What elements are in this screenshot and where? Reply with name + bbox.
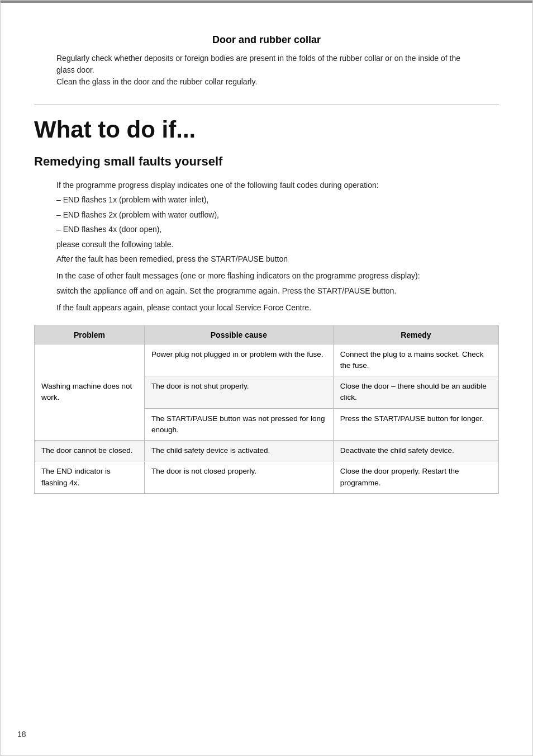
table-cell-remedy: Close the door properly. Restart the pro… xyxy=(333,461,498,494)
table-cell-remedy: Close the door – there should be an audi… xyxy=(333,376,498,409)
table-cell-problem: The END indicator is flashing 4x. xyxy=(35,461,145,494)
door-section-heading: Door and rubber collar xyxy=(56,34,477,46)
intro-text: If the programme progress display indica… xyxy=(56,179,499,191)
fault-table: Problem Possible cause Remedy Washing ma… xyxy=(34,325,499,494)
table-cell-problem: Washing machine does not work. xyxy=(35,344,145,441)
page-number: 18 xyxy=(17,730,26,739)
fault-line-2: – END flashes 2x (problem with water out… xyxy=(56,209,499,221)
section-divider xyxy=(34,105,499,105)
table-row: Washing machine does not work.Power plug… xyxy=(35,344,499,376)
table-row: The door cannot be closed.The child safe… xyxy=(35,441,499,461)
fault-line-1: – END flashes 1x (problem with water inl… xyxy=(56,193,499,206)
other-fault-line: In the case of other fault messages (one… xyxy=(56,270,499,282)
table-cell-remedy: Connect the plug to a mains socket. Chec… xyxy=(333,344,498,376)
contact-line: If the fault appears again, please conta… xyxy=(56,301,499,314)
table-cell-cause: Power plug not plugged in or problem wit… xyxy=(144,344,333,376)
main-heading: What to do if... xyxy=(34,116,499,143)
table-header-cause: Possible cause xyxy=(144,325,333,344)
door-section: Door and rubber collar Regularly check w… xyxy=(56,34,477,88)
table-cell-cause: The child safety device is activated. xyxy=(144,441,333,461)
table-cell-cause: The door is not shut properly. xyxy=(144,376,333,409)
table-cell-remedy: Deactivate the child safety device. xyxy=(333,441,498,461)
door-section-para1: Regularly check whether deposits or fore… xyxy=(56,53,477,88)
table-row: The END indicator is flashing 4x.The doo… xyxy=(35,461,499,494)
fault-line-3: – END flashes 4x (door open), xyxy=(56,223,499,235)
after-fault-line: After the fault has been remedied, press… xyxy=(56,253,499,265)
consult-line: please consult the following table. xyxy=(56,238,499,251)
table-cell-problem: The door cannot be closed. xyxy=(35,441,145,461)
sub-heading: Remedying small faults yourself xyxy=(34,154,499,169)
table-header-remedy: Remedy xyxy=(333,325,498,344)
table-header-problem: Problem xyxy=(35,325,145,344)
top-border xyxy=(1,1,532,3)
table-cell-remedy: Press the START/PAUSE button for longer. xyxy=(333,408,498,441)
table-cell-cause: The START/PAUSE button was not pressed f… xyxy=(144,408,333,441)
main-content: What to do if... Remedying small faults … xyxy=(34,116,499,494)
page: Door and rubber collar Regularly check w… xyxy=(0,0,533,756)
table-cell-cause: The door is not closed properly. xyxy=(144,461,333,494)
switch-line: switch the appliance off and on again. S… xyxy=(56,285,499,297)
